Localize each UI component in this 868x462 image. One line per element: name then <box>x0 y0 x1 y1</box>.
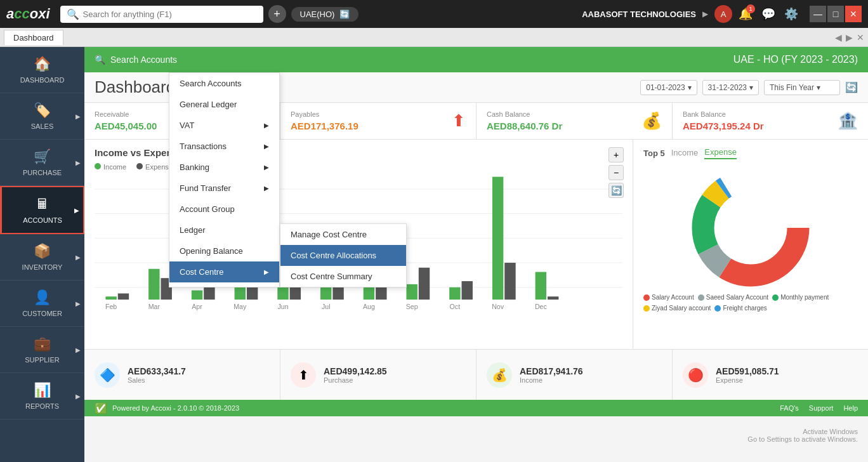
top5-header: Top 5 Income Expense <box>643 147 858 159</box>
svg-text:Apr: Apr <box>192 303 202 310</box>
submenu-manage-cost-centre[interactable]: Manage Cost Centre <box>280 224 406 245</box>
chevron-right-icon: ▶ <box>76 300 81 307</box>
menu-account-group[interactable]: Account Group <box>169 199 279 220</box>
sales-amount: AED633,341.7 <box>128 366 186 376</box>
top5-income-tab[interactable]: Income <box>671 148 699 159</box>
legend-salary: Salary Account <box>643 294 694 301</box>
footer-text: Powered by Accoxi - 2.0.10 © 2018-2023 <box>112 404 239 412</box>
search-box[interactable]: 🔍 <box>60 6 263 23</box>
company-name: AABASOFT TECHNOLOGIES <box>582 10 696 19</box>
chevron-right-icon: ▶ <box>76 113 81 120</box>
svg-rect-21 <box>449 287 460 300</box>
top-right: AABASOFT TECHNOLOGIES ▶ A 🔔1 💬 ⚙️ — □ ✕ <box>582 5 862 23</box>
svg-rect-6 <box>118 293 129 300</box>
top5-expense-tab[interactable]: Expense <box>704 147 737 159</box>
close-button[interactable]: ✕ <box>845 6 862 22</box>
purchase-icon: 🛒 <box>34 148 51 165</box>
menu-fund-transfer[interactable]: Fund Transfer ▶ <box>169 178 279 199</box>
sidebar-label-customer: CUSTOMER <box>22 310 62 317</box>
cash-icon: 💰 <box>641 111 662 131</box>
sidebar-item-purchase[interactable]: 🛒 PURCHASE ▶ <box>0 140 84 186</box>
sidebar: 🏠 DASHBOARD 🏷️ SALES ▶ 🛒 PURCHASE ▶ 🖩 AC… <box>0 47 84 462</box>
cash-balance-label: Cash Balance <box>487 110 562 118</box>
svg-text:Mar: Mar <box>148 303 161 310</box>
faq-link[interactable]: FAQ's <box>780 404 799 412</box>
menu-cost-centre[interactable]: Cost Centre ▶ <box>169 261 279 282</box>
footer-icon: ✅ <box>95 402 107 414</box>
submenu-cost-centre-allocations[interactable]: Cost Centre Allocations <box>280 245 406 266</box>
sidebar-item-dashboard[interactable]: 🏠 DASHBOARD <box>0 47 84 93</box>
notification-icon[interactable]: 🔔1 <box>739 7 753 21</box>
fin-year-selector[interactable]: This Fin Year ▾ <box>764 80 840 95</box>
zoom-in-button[interactable]: + <box>608 147 624 162</box>
menu-banking[interactable]: Banking ▶ <box>169 157 279 178</box>
sidebar-item-inventory[interactable]: 📦 INVENTORY ▶ <box>0 234 84 280</box>
bottom-card-expense: 🔴 AED591,085.71 Expense <box>673 350 868 400</box>
submenu-cost-centre-summary[interactable]: Cost Centre Summary <box>280 266 406 287</box>
reports-icon: 📊 <box>34 382 51 399</box>
tab-nav-left[interactable]: ◀ <box>835 32 842 43</box>
tab-close[interactable]: ✕ <box>857 32 864 43</box>
menu-opening-balance[interactable]: Opening Balance <box>169 241 279 261</box>
main-layout: 🏠 DASHBOARD 🏷️ SALES ▶ 🛒 PURCHASE ▶ 🖩 AC… <box>0 47 868 462</box>
svg-point-43 <box>716 193 786 263</box>
menu-transactions[interactable]: Transactions ▶ <box>169 136 279 157</box>
legend-income: Income <box>95 163 126 171</box>
legend-saeed: Saeed Salary Account <box>698 294 768 301</box>
chat-icon[interactable]: 💬 <box>761 7 775 21</box>
sidebar-item-customer[interactable]: 👤 CUSTOMER ▶ <box>0 280 84 327</box>
help-link[interactable]: Help <box>843 404 858 412</box>
search-input[interactable] <box>83 10 248 19</box>
maximize-button[interactable]: □ <box>827 6 844 22</box>
menu-vat[interactable]: VAT ▶ <box>169 115 279 136</box>
menu-general-ledger[interactable]: General Ledger <box>169 94 279 115</box>
svg-text:Feb: Feb <box>105 303 117 310</box>
tab-controls: ◀ ▶ ✕ <box>835 32 864 43</box>
svg-rect-5 <box>105 296 116 300</box>
accounts-dropdown-menu: Search Accounts General Ledger VAT ▶ Tra… <box>169 72 280 287</box>
search-accounts-label[interactable]: 🔍 Search Accounts <box>95 55 177 65</box>
date-from-selector[interactable]: 01-01-2023 ▾ <box>640 80 697 95</box>
top-bar: accoxi 🔍 + UAE(HO) 🔄 AABASOFT TECHNOLOGI… <box>0 0 868 28</box>
date-to-selector[interactable]: 31-12-2023 ▾ <box>702 80 759 95</box>
cost-centre-submenu: Manage Cost Centre Cost Centre Allocatio… <box>280 223 407 287</box>
sidebar-item-accounts[interactable]: 🖩 ACCOUNTS ▶ <box>0 186 84 234</box>
sidebar-item-reports[interactable]: 📊 REPORTS ▶ <box>0 373 84 419</box>
menu-search-accounts[interactable]: Search Accounts <box>169 73 279 94</box>
sidebar-item-sales[interactable]: 🏷️ SALES ▶ <box>0 93 84 140</box>
avatar: A <box>714 5 732 23</box>
bottom-card-sales: 🔷 AED633,341.7 Sales <box>84 350 280 400</box>
chevron-right-icon: ▶ <box>264 164 269 171</box>
refresh-chart-button[interactable]: 🔄 <box>608 183 624 198</box>
sidebar-item-supplier[interactable]: 💼 SUPPLIER ▶ <box>0 327 84 373</box>
tab-bar: Dashboard ◀ ▶ ✕ <box>0 28 868 47</box>
svg-text:Dec: Dec <box>535 303 548 310</box>
settings-icon[interactable]: ⚙️ <box>784 7 798 21</box>
activate-windows-text: Activate Windows <box>747 428 858 435</box>
refresh-icon[interactable]: 🔄 <box>845 81 858 93</box>
cash-balance-card: Cash Balance AED88,640.76 Dr 💰 <box>477 103 673 139</box>
svg-text:Jun: Jun <box>277 303 288 310</box>
svg-text:Aug: Aug <box>363 303 375 310</box>
accounts-icon: 🖩 <box>36 196 49 213</box>
tab-nav-right[interactable]: ▶ <box>846 32 853 43</box>
top5-legend: Salary Account Saeed Salary Account Mont… <box>643 294 858 312</box>
bottom-card-purchase: ⬆ AED499,142.85 Purchase <box>280 350 477 400</box>
add-button[interactable]: + <box>268 5 286 23</box>
company-selector[interactable]: UAE(HO) 🔄 <box>291 7 359 22</box>
tab-dashboard[interactable]: Dashboard <box>4 30 63 45</box>
legend-ziyad: Ziyad Salary account <box>643 305 711 312</box>
chevron-right-icon: ▶ <box>76 254 81 261</box>
svg-text:Nov: Nov <box>492 303 504 310</box>
support-link[interactable]: Support <box>809 404 834 412</box>
minimize-button[interactable]: — <box>810 6 826 22</box>
zoom-out-button[interactable]: − <box>608 165 624 180</box>
svg-text:Oct: Oct <box>450 303 461 310</box>
footer-links: FAQ's Support Help <box>780 404 858 412</box>
chevron-right-icon: ▶ <box>76 346 81 353</box>
legend-expense: Expense <box>136 163 173 171</box>
dashboard-icon: 🏠 <box>34 56 51 72</box>
menu-ledger[interactable]: Ledger <box>169 220 279 241</box>
income-amount: AED817,941.76 <box>520 366 583 376</box>
chevron-right-icon: ▶ <box>264 268 269 275</box>
